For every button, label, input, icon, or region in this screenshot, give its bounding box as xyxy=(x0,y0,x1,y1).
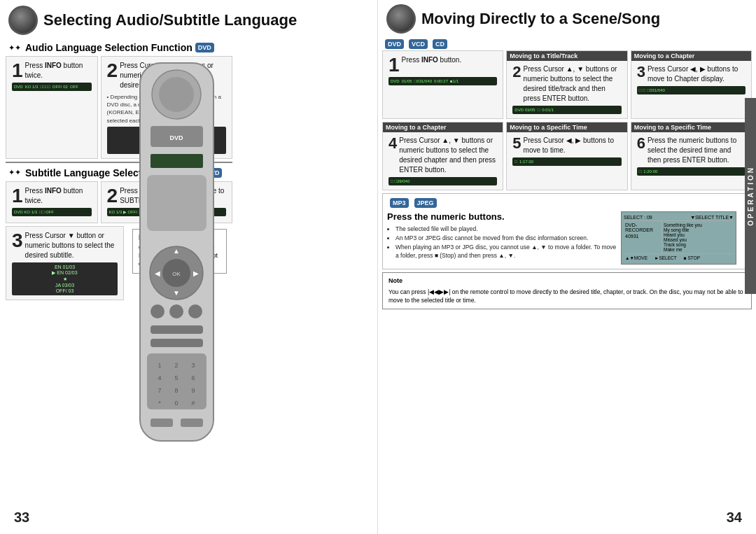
top-section: 1 Press INFO button. DVD 01/05 □031/040 … xyxy=(382,50,752,119)
audio-bullet-icon: ✦✦ xyxy=(8,43,21,52)
subtitle-step3-text: Press Cursor ▼ button or numeric buttons… xyxy=(25,231,118,260)
svg-text:▲: ▲ xyxy=(173,247,180,255)
specific-time-6-header: Moving to a Specific Time xyxy=(631,122,751,132)
step4-text: Press Cursor ▲, ▼ buttons or numeric but… xyxy=(399,136,497,175)
step5-box: Moving to a Specific Time 5 Press Cursor… xyxy=(506,122,627,190)
mp3-bullet-3: When playing an MP3 or JPG disc, you can… xyxy=(396,243,617,261)
page-number-right: 34 xyxy=(727,510,742,526)
mp3-screen: SELECT : 09 ▼SELECT TITLE▼ DVD-RECORDER … xyxy=(621,211,736,265)
operation-text: OPERATION xyxy=(747,166,755,226)
step6-number: 6 xyxy=(637,136,645,151)
step5-text: Press Cursor ◀, ▶ buttons to move to tim… xyxy=(524,136,622,155)
subtitle-step-3: 3 Press Cursor ▼ button or numeric butto… xyxy=(6,226,124,300)
mp3-content-area: Press the numeric buttons. The selected … xyxy=(387,211,747,265)
svg-text:5: 5 xyxy=(174,374,178,381)
disc-badges-row: DVD VCD CD xyxy=(382,39,752,49)
svg-rect-5 xyxy=(150,154,203,168)
left-title: Selecting Audio/Subtitle Language xyxy=(43,11,297,29)
cd-badge: CD xyxy=(433,39,447,49)
step4-display: □ □29/040 xyxy=(388,177,497,185)
mp3-screen-display: SELECT : 09 ▼SELECT TITLE▼ DVD-RECORDER … xyxy=(621,211,747,265)
subtitle-step2-number: 2 xyxy=(107,186,118,206)
step5-number: 5 xyxy=(512,136,521,151)
mp3-bullets: The selected file will be played. An MP3… xyxy=(387,225,617,260)
step4-box: Moving to a Chapter 4 Press Cursor ▲, ▼ … xyxy=(382,122,503,190)
step3-box: Moving to a Chapter 3 Press Cursor ◀, ▶ … xyxy=(631,50,752,119)
subtitle-step1-text: Press INFO button twice. xyxy=(25,186,92,206)
svg-text:7: 7 xyxy=(158,387,161,394)
svg-text:1: 1 xyxy=(158,362,161,369)
step2-display: DVD 03/05 □ 0:01/1 xyxy=(512,106,621,114)
svg-text:9: 9 xyxy=(191,387,195,394)
right-title: Moving Directly to a Scene/Song xyxy=(421,10,660,28)
step6-display: □ 1:20:00 xyxy=(637,167,746,176)
svg-rect-6 xyxy=(147,175,206,231)
audio-step-1: 1 Press INFO button twice. DVD KO 1/3 □□… xyxy=(6,56,98,159)
audio-step1-display: DVD KO 1/3 □□□□ OFF/ 02 OFF xyxy=(12,83,92,91)
middle-section: Moving to a Chapter 4 Press Cursor ▲, ▼ … xyxy=(382,122,752,190)
step1-box: 1 Press INFO button. DVD 01/05 □031/040 … xyxy=(382,50,503,119)
svg-point-14 xyxy=(150,304,164,318)
step2-text: Press Cursor ▲, ▼ buttons or numeric but… xyxy=(524,64,622,104)
mp3-badge: MP3 xyxy=(390,198,409,208)
svg-rect-32 xyxy=(150,419,173,427)
svg-text:◀: ◀ xyxy=(155,269,160,277)
step6-box: Moving to a Specific Time 6 Press the nu… xyxy=(631,122,752,190)
svg-text:4: 4 xyxy=(158,374,161,381)
page-number-left: 33 xyxy=(14,510,29,526)
right-note-box: Note You can press |◀◀▶▶| on the remote … xyxy=(382,272,752,309)
right-header: Moving Directly to a Scene/Song xyxy=(378,0,756,36)
press-numeric-text: Press the numeric buttons. xyxy=(387,211,617,222)
subtitle-step1-display: DVD KO 1/3 □□ OFF xyxy=(12,208,92,216)
left-header: Selecting Audio/Subtitle Language xyxy=(0,0,377,38)
subtitle-step-1: 1 Press INFO button twice. DVD KO 1/3 □□… xyxy=(6,181,98,223)
subtitle-step3-display: EN 01/03 ▶ EN 02/03 ★ JA 03/03 OFF/ 03 xyxy=(12,262,118,295)
jpeg-badge: JPEG xyxy=(414,198,437,208)
specific-time-5-header: Moving to a Specific Time xyxy=(507,122,626,132)
step6-text: Press the numeric buttons to select the … xyxy=(648,136,746,165)
right-disc-icon xyxy=(386,4,416,34)
svg-text:*: * xyxy=(158,400,161,407)
svg-text:OK: OK xyxy=(172,271,181,277)
right-note-text: You can press |◀◀▶▶| on the remote contr… xyxy=(388,288,743,304)
mp3-bullet-2: An MP3 or JPEG disc cannot be moved from… xyxy=(396,234,617,243)
svg-rect-17 xyxy=(150,325,203,334)
mp3-jpeg-section: MP3 JPEG Press the numeric buttons. The … xyxy=(382,193,752,269)
chapter-header: Moving to a Chapter xyxy=(631,51,751,61)
subtitle-bullet-icon: ✦✦ xyxy=(8,168,21,177)
remote-control: DVD ▲ ▼ ◀ ▶ OK xyxy=(126,56,238,462)
title-track-header: Moving to a Title/Track xyxy=(507,51,626,61)
svg-text:0: 0 xyxy=(174,400,178,407)
dvd-badge: DVD xyxy=(385,39,404,49)
svg-point-16 xyxy=(188,304,202,318)
subtitle-step3-number: 3 xyxy=(12,231,23,251)
step3-display: □ □ □031/040 xyxy=(637,86,746,94)
step1-number: 1 xyxy=(388,55,400,75)
svg-text:DVD: DVD xyxy=(169,134,183,141)
svg-text:#: # xyxy=(191,400,195,407)
svg-text:6: 6 xyxy=(191,374,195,381)
svg-point-2 xyxy=(159,77,194,112)
step2-number: 2 xyxy=(512,64,521,80)
chapter-left-header: Moving to a Chapter xyxy=(383,122,503,132)
audio-section-header: ✦✦ Audio Language Selection Function DVD xyxy=(8,42,230,53)
svg-point-15 xyxy=(169,304,183,318)
step3-text: Press Cursor ◀, ▶ buttons to move to Cha… xyxy=(648,64,746,84)
svg-rect-18 xyxy=(150,339,203,347)
step1-display: DVD 01/05 □031/040 0:00:27 ■1/1 xyxy=(388,77,497,85)
svg-text:2: 2 xyxy=(174,362,178,369)
left-page: Selecting Audio/Subtitle Language ✦✦ Aud… xyxy=(0,0,378,534)
mp3-text-area: Press the numeric buttons. The selected … xyxy=(387,211,617,265)
svg-text:8: 8 xyxy=(174,387,178,394)
vcd-badge: VCD xyxy=(409,39,428,49)
step5-display: □ 1:17:30 xyxy=(512,157,621,166)
audio-step2-number: 2 xyxy=(107,61,118,80)
screen-left-col: DVD-RECORDER 40931 xyxy=(624,221,662,253)
audio-step1-text: Press INFO button twice. xyxy=(25,61,92,80)
operation-sidebar: OPERATION xyxy=(745,98,756,294)
audio-dvd-badge: DVD xyxy=(195,43,214,52)
right-page: Moving Directly to a Scene/Song DVD VCD … xyxy=(378,0,756,534)
svg-text:▶: ▶ xyxy=(193,269,199,277)
step3-number: 3 xyxy=(637,64,645,80)
audio-section-title: Audio Language Selection Function xyxy=(25,42,192,53)
